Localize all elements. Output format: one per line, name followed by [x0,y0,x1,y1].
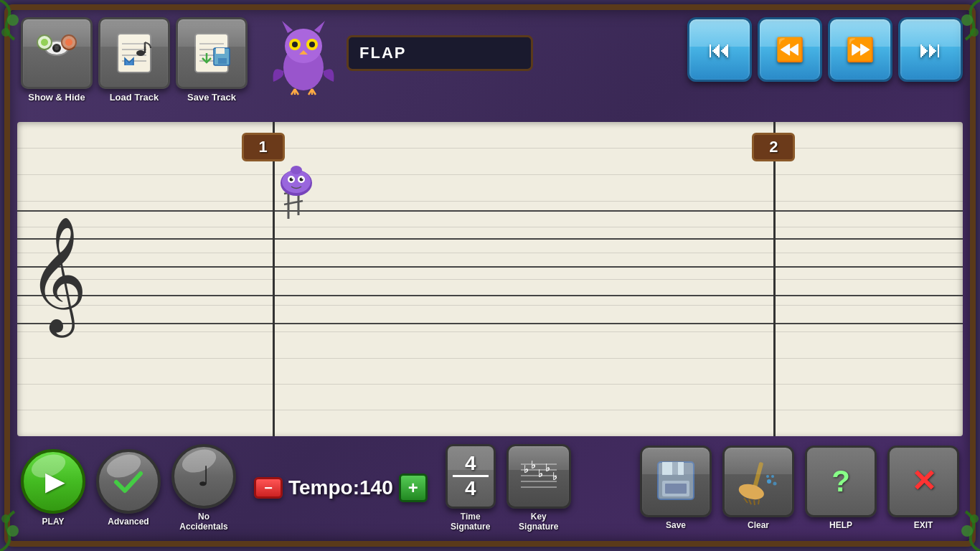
time-signature-label: Time Signature [451,512,490,532]
staff-grid-line [17,201,963,202]
play-icon: ▶ [45,466,65,496]
no-accidentals-button-group: ♩ No Accidentals [171,444,236,532]
staff-grid-line [17,358,963,359]
save-track-btn-bg [176,17,248,89]
tempo-plus-button[interactable]: + [399,474,428,502]
svg-point-14 [65,39,72,46]
transport-controls: ⏮ ⏪ ⏩ ⏭ [687,17,963,82]
svg-text:♭: ♭ [552,471,557,482]
broom-icon [733,456,783,507]
staff-grid-line [17,279,963,280]
play-button[interactable]: ▶ [21,449,85,514]
show-hide-icon [32,28,82,78]
exit-button-group: ✕ EXIT [887,446,959,530]
exit-button[interactable]: ✕ [887,446,959,517]
svg-rect-29 [216,48,225,54]
skip-back-button[interactable]: ⏮ [687,17,752,82]
svg-point-38 [309,42,315,47]
svg-text:♭: ♭ [538,468,543,479]
character-name-display: FLAP [347,35,533,71]
help-label: HELP [829,520,852,530]
clear-button[interactable] [722,446,794,517]
measure-divider-1 [273,122,275,436]
svg-point-37 [292,42,298,47]
character-svg [268,17,339,96]
measure-number-2: 2 [752,133,795,161]
measure-1-label: 1 [259,138,268,156]
save-track-icon [187,28,237,78]
bottom-toolbar: ▶ PLAY Advanced ♩ No Accidentals − Tempo… [10,435,970,541]
save-icon [651,456,701,507]
no-accidentals-button[interactable]: ♩ [171,444,236,509]
load-track-btn-bg [98,17,170,89]
show-hide-button[interactable]: Show & Hide [21,17,93,103]
key-signature-icon: ♭ ♭ ♭ ♭ ♭ [514,451,564,501]
time-sig-numerator: 4 [465,453,476,474]
svg-point-77 [766,475,769,478]
svg-point-12 [62,35,76,50]
svg-point-52 [291,166,302,174]
treble-clef: 𝄞 [28,224,88,324]
svg-marker-34 [314,21,325,33]
skip-forward-icon: ⏭ [919,37,942,63]
svg-point-69 [737,481,765,502]
svg-text:♭: ♭ [545,462,550,474]
note-blob-svg [277,161,316,201]
svg-rect-64 [662,462,684,475]
fast-forward-icon: ⏩ [846,36,875,63]
save-button[interactable] [640,446,712,517]
staff-area[interactable]: 𝄞 1 2 [17,122,963,436]
exit-label: EXIT [914,520,933,530]
staff-line-4 [17,295,963,296]
svg-point-20 [136,50,145,56]
exit-icon: ✕ [911,463,936,499]
help-button[interactable]: ? [805,446,877,517]
svg-rect-30 [218,58,227,64]
advanced-label: Advanced [108,517,149,527]
svg-point-5 [1,514,10,523]
clear-label: Clear [748,520,769,530]
character-area: FLAP [268,17,533,89]
tempo-minus-icon: − [264,480,273,496]
advanced-button[interactable] [96,449,161,514]
note-icon: ♩ [197,461,210,492]
measure-number-1: 1 [242,133,285,161]
staff-line-3 [17,266,963,268]
help-button-group: ? HELP [805,446,877,530]
svg-line-43 [284,201,303,204]
fast-forward-button[interactable]: ⏩ [828,17,892,82]
svg-point-74 [767,479,771,484]
save-label: Save [666,520,686,530]
key-signature-button[interactable]: ♭ ♭ ♭ ♭ ♭ [507,444,571,509]
staff-line-1 [17,210,963,212]
rewind-button[interactable]: ⏪ [758,17,822,82]
no-accidentals-label: No Accidentals [179,512,227,532]
key-signature-button-group: ♭ ♭ ♭ ♭ ♭ Key Signature [507,444,571,532]
svg-point-75 [771,475,774,478]
svg-rect-65 [672,462,678,475]
load-track-label: Load Track [110,92,159,103]
show-hide-btn-bg [21,17,93,89]
show-hide-label: Show & Hide [28,92,85,103]
staff-grid-line [17,305,963,306]
svg-line-70 [744,498,748,503]
load-track-button[interactable]: Load Track [98,17,170,103]
measure-2-label: 2 [769,138,778,156]
play-button-group: ▶ PLAY [21,449,85,527]
save-track-button[interactable]: Save Track [176,17,248,103]
staff-grid-line [17,174,963,175]
tempo-minus-button[interactable]: − [254,477,283,499]
svg-line-73 [758,499,759,504]
play-label: PLAY [42,517,65,527]
clear-button-group: Clear [722,446,794,530]
staff-line-5 [17,323,963,324]
time-signature-button-group: 4 4 Time Signature [446,444,496,532]
advanced-button-group: Advanced [96,449,161,527]
svg-point-13 [41,39,48,46]
time-signature-button[interactable]: 4 4 [446,444,496,509]
help-icon: ? [831,464,850,499]
staff-grid-line [17,410,963,410]
character-avatar [268,17,339,89]
skip-forward-button[interactable]: ⏭ [898,17,963,82]
svg-point-50 [292,178,293,179]
